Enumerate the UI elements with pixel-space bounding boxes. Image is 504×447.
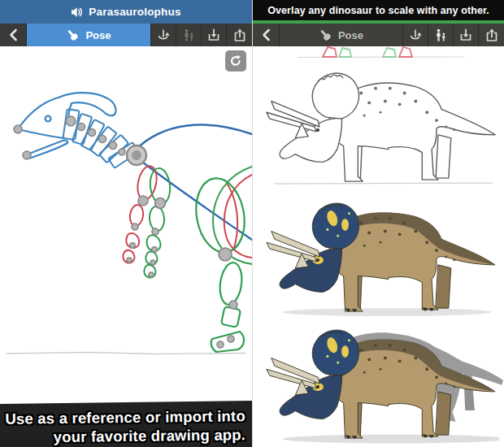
caption-bar: Use as a reference or import into your f… — [0, 401, 252, 447]
left-toolbar: Pose — [0, 24, 252, 46]
hand-pose-icon — [66, 28, 80, 42]
human-scale-button[interactable] — [176, 24, 202, 46]
download-icon — [459, 28, 472, 42]
dinosaur-header[interactable]: Parasaurolophus — [0, 0, 252, 24]
chevron-left-icon — [262, 28, 271, 41]
caption-line-2: your favorite drawing app. — [3, 426, 245, 447]
share-button[interactable] — [227, 24, 252, 46]
download-icon — [207, 28, 220, 42]
pose-label: Pose — [85, 29, 111, 41]
flip-rotate-button[interactable] — [403, 24, 428, 46]
share-icon — [233, 28, 246, 42]
refresh-icon — [229, 54, 242, 67]
flip-rotate-button[interactable] — [151, 24, 176, 46]
triceratops-colored — [259, 323, 499, 445]
pose-tab[interactable]: Pose — [27, 24, 151, 46]
download-button[interactable] — [202, 24, 227, 46]
download-button[interactable] — [454, 24, 479, 46]
left-panel: Parasaurolophus Pose — [0, 0, 252, 447]
share-button[interactable] — [479, 24, 504, 46]
parasaurolophus-pose-skeleton[interactable] — [0, 46, 252, 402]
overlay-banner: Overlay any dinosaur to scale with any o… — [253, 0, 504, 20]
pose-feet-fragment — [253, 46, 504, 61]
flip-rotate-icon — [156, 28, 171, 42]
triceratops-colored — [259, 196, 499, 318]
chevron-left-icon — [9, 28, 18, 41]
back-button[interactable] — [253, 24, 280, 46]
refresh-pose-button[interactable] — [225, 50, 246, 72]
triceratops-sketch — [259, 66, 499, 188]
overlay-banner-text: Overlay any dinosaur to scale with any o… — [267, 5, 489, 16]
triceratops-sketch-cell[interactable] — [253, 66, 504, 193]
flip-rotate-icon — [408, 28, 423, 42]
human-scale-button[interactable] — [428, 24, 454, 46]
right-toolbar: Pose — [253, 24, 504, 46]
dinosaur-title: Parasaurolophus — [89, 6, 180, 18]
pose-label: Pose — [338, 29, 363, 41]
pose-canvas[interactable] — [0, 46, 252, 447]
back-button[interactable] — [0, 24, 27, 46]
app-window: Parasaurolophus Pose — [0, 0, 504, 447]
triceratops-overlay-cell[interactable] — [253, 323, 504, 447]
human-scale-icon — [434, 28, 447, 42]
human-scale-icon — [182, 28, 195, 42]
overlay-canvas[interactable] — [253, 46, 504, 447]
triceratops-colored-cell[interactable] — [253, 196, 504, 323]
hand-pose-icon — [319, 28, 332, 42]
speaker-icon — [71, 7, 83, 18]
share-icon — [485, 28, 498, 42]
pose-tab[interactable]: Pose — [280, 24, 403, 46]
right-panel: Overlay any dinosaur to scale with any o… — [252, 0, 504, 447]
